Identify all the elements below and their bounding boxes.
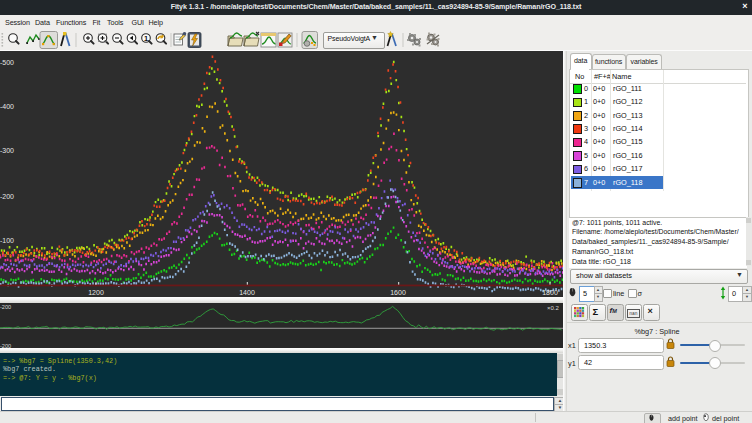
svg-text:×0.2: ×0.2 bbox=[547, 305, 560, 311]
svg-text:-200: -200 bbox=[0, 193, 14, 200]
svg-text:1800: 1800 bbox=[542, 289, 558, 296]
svg-text:-500: -500 bbox=[0, 59, 14, 66]
svg-text:1200: 1200 bbox=[88, 289, 104, 296]
svg-text:1: 1 bbox=[144, 34, 148, 43]
svg-text:1400: 1400 bbox=[239, 289, 255, 296]
svg-text:-200: -200 bbox=[0, 304, 11, 310]
svg-text:-100: -100 bbox=[0, 237, 14, 244]
svg-text:1600: 1600 bbox=[390, 289, 406, 296]
svg-text:-300: -300 bbox=[0, 147, 14, 154]
svg-text:-400: -400 bbox=[0, 103, 14, 110]
